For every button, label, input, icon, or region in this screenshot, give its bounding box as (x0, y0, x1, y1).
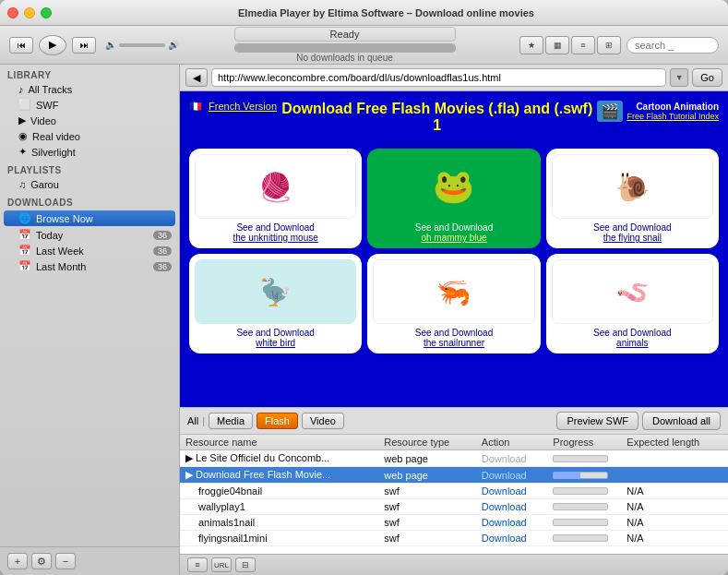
table-scroll[interactable]: Resource name Resource type Action Progr… (180, 435, 728, 554)
cell-action[interactable]: Download (476, 484, 548, 499)
flash-link-2[interactable]: the flying snail (603, 233, 662, 243)
add-button[interactable]: + (7, 553, 28, 569)
download-all-button[interactable]: Download all (642, 412, 721, 430)
sidebar-item-silverlight[interactable]: ✦ Silverlight (0, 144, 179, 160)
table-row[interactable]: wallyplay1 swf Download N/A (180, 499, 728, 515)
flash-link-1[interactable]: oh mammy blue (421, 233, 486, 243)
cell-progress (547, 531, 621, 546)
cell-progress (547, 515, 621, 531)
sidebar-label-real-video: Real video (32, 131, 80, 142)
sidebar-item-swf[interactable]: ⬜ SWF (0, 97, 179, 113)
remove-button[interactable]: − (55, 553, 76, 569)
playlists-header: PLAYLISTS (0, 160, 179, 177)
sidebar-item-last-week[interactable]: 📅 Last Week 36 (0, 243, 179, 258)
close-button[interactable] (7, 7, 18, 18)
flash-link-3[interactable]: white bird (256, 338, 295, 348)
cell-action: Download (476, 450, 548, 467)
minimize-button[interactable] (24, 7, 35, 18)
video-button[interactable]: Video (302, 413, 344, 429)
sidebar-item-all-tracks[interactable]: ♪ All Tracks (0, 82, 179, 97)
flash-button[interactable]: Flash (257, 413, 298, 429)
col-action[interactable]: Action (476, 435, 548, 450)
sidebar-item-today[interactable]: 📅 Today 36 (0, 227, 179, 243)
forward-button[interactable]: ⏭ (72, 37, 96, 54)
cell-name-selected: ▶ Download Free Flash Movie... (180, 467, 378, 484)
sidebar-item-real-video[interactable]: ◉ Real video (0, 128, 179, 144)
cell-type: swf (378, 499, 476, 515)
mini-progress-bar (553, 534, 608, 542)
url-input[interactable] (211, 68, 666, 87)
sidebar-item-garou[interactable]: ♫ Garou (0, 177, 179, 192)
media-filter: All | Media Flash Video (187, 413, 344, 429)
sidebar-item-video[interactable]: ▶ Video (0, 113, 179, 128)
flash-thumb-1: 🐸 (373, 154, 534, 219)
sidebar-label-last-month: Last Month (36, 261, 86, 272)
bottom-bar: ≡ URL ⊟ (180, 554, 728, 575)
col-resource-type[interactable]: Resource type (378, 435, 476, 450)
status-text: Ready (234, 27, 456, 42)
list-button[interactable]: ≡ (571, 36, 595, 54)
cartoon-animation-section: 🎬 Cartoon Animation Free Flash Tutorial … (597, 101, 719, 141)
grid-button[interactable]: ▦ (545, 36, 569, 54)
cell-name: froggie04bnail (180, 484, 378, 499)
cell-action[interactable]: Download (476, 515, 548, 531)
library-header: LIBRARY (0, 65, 179, 82)
search-box[interactable] (627, 37, 719, 54)
cell-action[interactable]: Download (476, 499, 548, 515)
volume-max-icon: 🔊 (168, 40, 179, 50)
flash-item-0: 🧶 See and Download the unknitting mouse (189, 149, 362, 248)
col-expected-length[interactable]: Expected length (621, 435, 728, 450)
volume-slider[interactable] (119, 43, 165, 47)
toolbar-icons: ★ ▦ ≡ ⊞ (519, 36, 621, 54)
sidebar-item-last-month[interactable]: 📅 Last Month 36 (0, 258, 179, 274)
maximize-button[interactable] (41, 7, 52, 18)
flash-item-label-5: See and Download animals (593, 328, 672, 348)
url-view-button[interactable]: URL (211, 557, 232, 572)
settings-button[interactable]: ⚙ (31, 553, 52, 569)
flash-link-5[interactable]: animals (616, 338, 648, 348)
cell-type: swf (378, 484, 476, 499)
flash-item-2: 🐌 See and Download the flying snail (546, 149, 719, 248)
list-view-button[interactable]: ≡ (187, 557, 208, 572)
star-button[interactable]: ★ (519, 36, 543, 54)
back-button[interactable]: ◀ (185, 68, 208, 87)
flash-thumb-3: 🦤 (195, 259, 356, 324)
table-row[interactable]: flyingsnail1mini swf Download N/A (180, 531, 728, 546)
traffic-lights (7, 7, 52, 18)
cell-action-selected[interactable]: Download (476, 467, 548, 484)
table-row[interactable]: animals1nail swf Download N/A (180, 515, 728, 531)
play-button[interactable]: ▶ (39, 35, 66, 55)
table-row-selected[interactable]: ▶ Download Free Flash Movie... web page … (180, 467, 728, 484)
rewind-button[interactable]: ⏮ (9, 37, 33, 54)
media-button[interactable]: Media (209, 413, 253, 429)
cell-progress (547, 484, 621, 499)
flash-item-label-1: See and Download oh mammy blue (415, 222, 494, 243)
table-row[interactable]: froggie04bnail swf Download N/A (180, 484, 728, 499)
columns-button[interactable]: ⊞ (597, 36, 621, 54)
right-panel: ◀ ▼ Go 🇫🇷 French Version Download Free F… (180, 65, 728, 575)
separator-1: | (202, 415, 205, 426)
col-resource-name[interactable]: Resource name (180, 435, 378, 450)
preview-swf-button[interactable]: Preview SWF (556, 412, 638, 430)
silverlight-icon: ✦ (18, 146, 27, 158)
sidebar-label-garou: Garou (30, 179, 59, 190)
cell-action[interactable]: Download (476, 531, 548, 546)
last-week-icon: 📅 (18, 245, 31, 257)
sidebar-item-browse-now[interactable]: 🌐 Browse Now (4, 210, 175, 226)
table-row[interactable]: ▶ Le Site Officiel du Concomb... web pag… (180, 450, 728, 467)
flash-link-4[interactable]: the snailrunner (424, 338, 484, 348)
col-progress[interactable]: Progress (547, 435, 621, 450)
url-dropdown[interactable]: ▼ (670, 68, 688, 87)
tutorial-link[interactable]: Free Flash Tutorial Index (627, 112, 719, 121)
flash-page-header: Download Free Flash Movies (.fla) and (.… (277, 101, 597, 134)
cell-length: N/A (621, 515, 728, 531)
go-button[interactable]: Go (692, 68, 722, 87)
cell-length: N/A (621, 484, 728, 499)
all-label: All (187, 415, 198, 426)
cell-type: swf (378, 515, 476, 531)
flash-link-0[interactable]: the unknitting mouse (233, 233, 318, 243)
french-version-anchor[interactable]: French Version (209, 101, 277, 112)
french-version-link[interactable]: 🇫🇷 French Version (189, 101, 277, 141)
search-input[interactable] (635, 40, 704, 51)
columns-view-button[interactable]: ⊟ (235, 557, 256, 572)
